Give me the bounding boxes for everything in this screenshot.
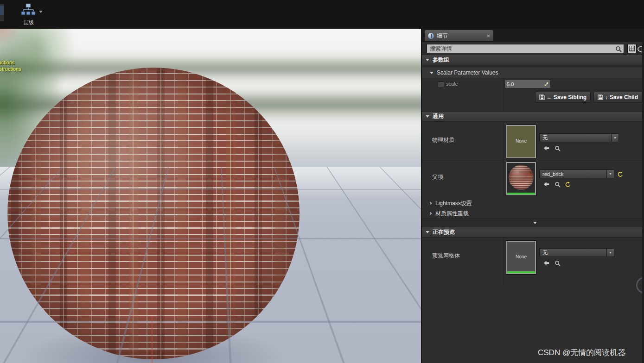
browse-asset-button[interactable] [553, 181, 561, 188]
unreal-editor-window: 层级 tructions instructions 细节 × [0, 0, 644, 363]
grid-view-icon [629, 46, 635, 51]
instructions-line-1: tructions [0, 59, 21, 66]
magnifier-icon [555, 145, 561, 151]
section-title: Lightmass设置 [435, 200, 472, 207]
save-icon [539, 94, 545, 100]
section-material-property-overrides[interactable]: 材质属性重载 [422, 208, 644, 219]
magnifier-icon [555, 260, 561, 266]
thumbnail-none-text: None [507, 138, 535, 144]
parent-material-thumbnail[interactable] [506, 162, 536, 195]
physical-material-dropdown[interactable]: 无 ▾ [539, 133, 619, 142]
brick-sphere-thumbnail-icon [509, 165, 534, 190]
parent-value: red_brick [540, 171, 606, 177]
save-child-button[interactable]: ↓ Save Child [593, 92, 642, 103]
section-title: 正在预览 [433, 228, 455, 236]
save-sibling-button[interactable]: → Save Sibling [535, 92, 591, 103]
section-title: 参数组 [433, 56, 449, 64]
viewport-instructions: tructions instructions [0, 59, 21, 72]
scale-value-field[interactable]: 5.0 [504, 80, 551, 88]
collapsed-arrow-icon [430, 212, 432, 215]
magnifier-icon [555, 182, 561, 188]
section-header-parameter-groups[interactable]: 参数组 [422, 55, 644, 65]
save-child-label: Save Child [610, 94, 638, 100]
expand-arrow-icon [426, 231, 429, 233]
expand-more-icon [533, 222, 537, 224]
asset-color-bar [507, 271, 535, 273]
details-panel: 细节 × 参数组 Scalar Parameter Values scale [422, 29, 644, 363]
search-input[interactable] [427, 44, 624, 53]
scale-value: 5.0 [507, 81, 544, 87]
physical-material-thumbnail[interactable]: None [506, 125, 536, 158]
chevron-down-icon: ▾ [611, 134, 618, 142]
brick-material-preview-sphere[interactable] [7, 68, 300, 359]
collapsed-arrow-icon [430, 201, 432, 205]
use-selected-asset-button[interactable] [542, 259, 550, 267]
physical-material-value: 无 [540, 134, 611, 141]
subsection-scalar-parameter-values[interactable]: Scalar Parameter Values [422, 68, 644, 78]
preview-mesh-dropdown[interactable]: 无 ▾ [539, 248, 614, 257]
undo-arrow-icon [565, 182, 571, 187]
reset-to-default-button[interactable] [563, 181, 572, 188]
parent-dropdown[interactable]: red_brick ▾ [539, 169, 614, 178]
preview-mesh-thumbnail[interactable]: None [506, 241, 536, 274]
details-scrollbar[interactable] [642, 41, 644, 363]
asset-color-bar [507, 193, 535, 194]
parent-label: 父项 [432, 173, 443, 181]
expand-arrow-icon [426, 59, 429, 61]
close-icon[interactable]: × [486, 33, 490, 39]
axis-line [152, 317, 153, 363]
physical-material-label: 物理材质 [432, 136, 454, 144]
preview-mesh-value: 无 [540, 249, 606, 256]
toolbar-clipped-icon [0, 4, 4, 21]
arrow-left-icon [543, 145, 550, 151]
column-divider [503, 55, 504, 286]
thumbnail-none-text: None [507, 254, 535, 259]
scale-checkbox[interactable] [438, 81, 444, 88]
arrow-right-icon: → [547, 94, 552, 100]
section-title: 材质属性重载 [435, 210, 469, 218]
advanced-expander[interactable] [422, 219, 644, 227]
chevron-down-icon: ▾ [606, 170, 614, 178]
tab-details[interactable]: 细节 × [425, 30, 493, 41]
section-header-previewing[interactable]: 正在预览 [422, 227, 644, 238]
use-selected-asset-button[interactable] [542, 181, 550, 188]
drag-resize-icon [544, 82, 548, 86]
arrow-left-icon [543, 182, 550, 187]
subsection-title: Scalar Parameter Values [437, 69, 498, 76]
hierarchy-label: 层级 [16, 19, 42, 26]
watermark: CSDN @无情的阅读机器 [538, 347, 625, 358]
save-buttons-row: → Save Sibling ↓ Save Child [535, 92, 642, 103]
section-title: 通用 [433, 113, 444, 120]
toolbar: 层级 [0, 0, 644, 29]
row-separator [422, 160, 644, 161]
use-selected-asset-button[interactable] [542, 144, 550, 152]
viewport-3d[interactable]: tructions instructions [0, 29, 421, 363]
section-header-general[interactable]: 通用 [422, 111, 644, 122]
expand-arrow-icon [426, 115, 429, 118]
info-icon [428, 33, 434, 39]
chevron-down-icon [39, 11, 43, 13]
section-lightmass-settings[interactable]: Lightmass设置 [422, 198, 644, 209]
expand-arrow-icon [430, 72, 434, 74]
chevron-down-icon: ▾ [606, 249, 614, 257]
tab-details-label: 细节 [437, 32, 484, 40]
instructions-line-2: instructions [0, 66, 21, 72]
view-options-button[interactable] [627, 44, 637, 53]
reset-to-default-button[interactable] [616, 170, 624, 178]
hierarchy-icon [21, 3, 36, 17]
toolbar-clipped-icon-glyph [0, 6, 4, 15]
search-icon [615, 46, 622, 52]
scale-parameter-label: scale [446, 81, 458, 87]
save-icon [598, 94, 603, 100]
arrow-down-icon: ↓ [605, 94, 608, 100]
undo-arrow-icon [617, 171, 623, 177]
browse-asset-button[interactable] [553, 259, 561, 267]
preview-mesh-label: 预览网格体 [432, 252, 460, 260]
hierarchy-button[interactable]: 层级 [16, 1, 44, 27]
tab-strip: 细节 × [422, 29, 644, 42]
browse-asset-button[interactable] [553, 144, 561, 152]
arrow-left-icon [543, 260, 550, 266]
save-sibling-label: Save Sibling [554, 94, 587, 100]
